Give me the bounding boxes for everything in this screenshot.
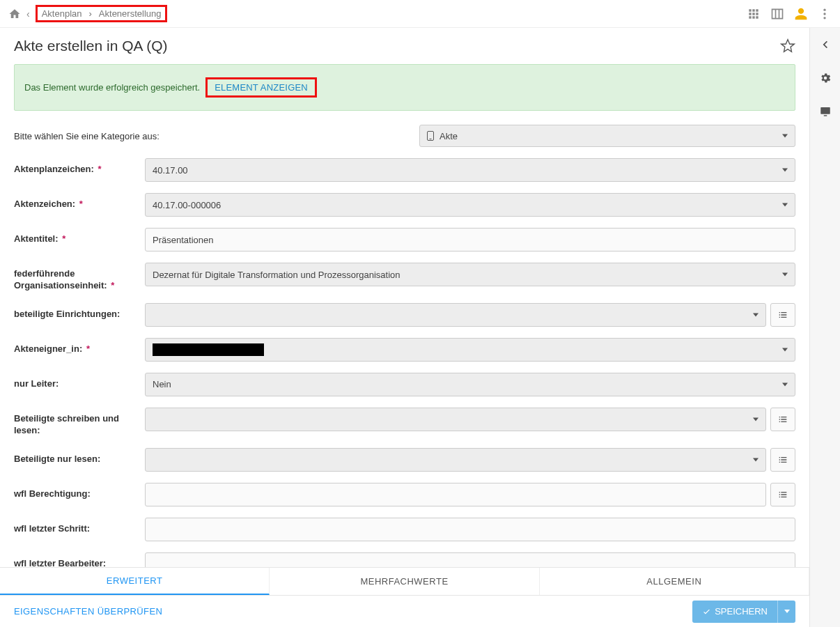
row-aktentitel: Aktentitel: * Präsentationen [14, 228, 795, 251]
label-wfl-letzter-bearbeiter: wfl letzter Bearbeiter: [14, 552, 145, 567]
more-icon[interactable] [818, 7, 832, 21]
list-icon [777, 489, 788, 500]
input-aktentitel[interactable]: Präsentationen [145, 228, 795, 251]
breadcrumb-separator: › [89, 8, 92, 19]
save-button[interactable]: SPEICHERN [692, 601, 777, 623]
svg-point-2 [823, 17, 825, 19]
label-beteiligte-lesen: Beteiligte nur lesen: [14, 448, 145, 465]
save-dropdown[interactable] [777, 601, 795, 623]
tabs: ERWEITERT MEHRFACHWERTE ALLGEMEIN [0, 567, 809, 595]
breadcrumb-item-2[interactable]: Aktenerstellung [99, 8, 162, 19]
settings-icon[interactable] [816, 68, 835, 88]
favorite-icon[interactable] [780, 38, 795, 54]
input-wfl-letzter-schritt[interactable] [145, 518, 795, 541]
select-aktenplanzeichen[interactable]: 40.17.00 [145, 158, 795, 182]
redacted-value [153, 343, 264, 356]
label-wfl-berechtigung: wfl Berechtigung: [14, 483, 145, 500]
select-beteiligte-lesen[interactable] [145, 448, 766, 472]
tab-mehrfachwerte[interactable]: MEHRFACHWERTE [270, 568, 539, 595]
right-rail [809, 28, 840, 627]
category-row: Bitte wählen Sie eine Kategorie aus: Akt… [0, 121, 809, 158]
check-properties-link[interactable]: EIGENSCHAFTEN ÜBERPRÜFEN [14, 606, 162, 617]
label-aktenzeichen: Aktenzeichen: * [14, 193, 145, 210]
topbar: ‹ Aktenplan › Aktenerstellung [0, 0, 840, 28]
alert-message: Das Element wurde erfolgreich gespeicher… [24, 82, 200, 93]
label-federfuehrend: federführende Organisationseinheit: * [14, 263, 145, 292]
select-beteiligte-schreiben[interactable] [145, 408, 766, 431]
success-alert: Das Element wurde erfolgreich gespeicher… [14, 64, 795, 111]
chevron-down-icon [782, 169, 788, 172]
select-beteiligte-einrichtungen[interactable] [145, 303, 766, 327]
label-beteiligte-einrichtungen: beteiligte Einrichtungen: [14, 303, 145, 320]
row-beteiligte-lesen: Beteiligte nur lesen: [14, 448, 795, 472]
row-aktenzeichen: Aktenzeichen: * 40.17.00-000006 [14, 193, 795, 217]
svg-point-0 [823, 8, 825, 10]
check-icon [702, 607, 711, 616]
list-icon [777, 309, 788, 320]
category-label: Bitte wählen Sie eine Kategorie aus: [14, 131, 160, 141]
chevron-down-icon [753, 417, 759, 421]
label-akteneigner: Akteneigner_in: * [14, 338, 145, 355]
breadcrumb-item-1[interactable]: Aktenplan [42, 8, 82, 19]
form-scroll[interactable]: Aktenplanzeichen: * 40.17.00 Aktenzeiche… [0, 158, 809, 567]
row-aktenplanzeichen: Aktenplanzeichen: * 40.17.00 [14, 158, 795, 182]
input-wfl-letzter-bearbeiter[interactable] [145, 552, 795, 567]
svg-rect-3 [820, 107, 830, 114]
alert-link-highlight: ELEMENT ANZEIGEN [205, 77, 317, 98]
category-value: Akte [440, 131, 458, 141]
footer: EIGENSCHAFTEN ÜBERPRÜFEN SPEICHERN [0, 595, 809, 627]
chevron-down-icon [784, 610, 790, 613]
label-aktentitel: Aktentitel: * [14, 228, 145, 245]
list-icon [777, 414, 788, 425]
main-content: Akte erstellen in QA (Q) Das Element wur… [0, 28, 809, 627]
category-type-icon [427, 131, 434, 141]
breadcrumb-back[interactable]: ‹ [26, 8, 30, 20]
list-picker-button[interactable] [770, 408, 795, 431]
select-akteneigner[interactable] [145, 338, 795, 362]
user-icon[interactable] [794, 7, 808, 21]
row-wfl-letzter-schritt: wfl letzter Schritt: [14, 518, 795, 541]
label-wfl-letzter-schritt: wfl letzter Schritt: [14, 518, 145, 535]
svg-point-1 [823, 13, 825, 15]
select-federfuehrend[interactable]: Dezernat für Digitale Transformation und… [145, 263, 795, 286]
chevron-down-icon [782, 203, 788, 207]
label-aktenplanzeichen: Aktenplanzeichen: * [14, 158, 145, 176]
label-beteiligte-schreiben: Beteiligte schreiben und lesen: [14, 408, 145, 437]
tab-erweitert[interactable]: ERWEITERT [0, 568, 270, 595]
list-icon [777, 454, 788, 465]
label-nur-leiter: nur Leiter: [14, 373, 145, 390]
show-element-link[interactable]: ELEMENT ANZEIGEN [215, 82, 308, 93]
chevron-down-icon [782, 348, 788, 351]
chevron-down-icon [753, 458, 759, 461]
chevron-down-icon [782, 382, 788, 386]
list-picker-button[interactable] [770, 448, 795, 472]
page-title: Akte erstellen in QA (Q) [14, 38, 168, 54]
row-nur-leiter: nur Leiter: Nein [14, 373, 795, 396]
collapse-rail-button[interactable] [816, 35, 835, 54]
apps-icon[interactable] [747, 7, 761, 21]
title-row: Akte erstellen in QA (Q) [0, 28, 809, 60]
columns-icon[interactable] [770, 7, 784, 21]
chevron-down-icon [753, 313, 759, 316]
svg-rect-4 [823, 115, 827, 116]
input-wfl-berechtigung[interactable] [145, 483, 766, 506]
chevron-down-icon [782, 273, 788, 277]
monitor-icon[interactable] [816, 102, 835, 121]
list-picker-button[interactable] [770, 303, 795, 327]
select-nur-leiter[interactable]: Nein [145, 373, 795, 396]
list-picker-button[interactable] [770, 483, 795, 506]
tab-allgemein[interactable]: ALLGEMEIN [540, 568, 809, 595]
row-wfl-berechtigung: wfl Berechtigung: [14, 483, 795, 506]
row-federfuehrend: federführende Organisationseinheit: * De… [14, 263, 795, 292]
row-beteiligte-einrichtungen: beteiligte Einrichtungen: [14, 303, 795, 327]
topbar-actions [747, 7, 832, 21]
breadcrumb-highlight: Aktenplan › Aktenerstellung [36, 5, 168, 22]
home-icon[interactable] [8, 8, 21, 20]
category-select[interactable]: Akte [419, 125, 795, 147]
row-beteiligte-schreiben: Beteiligte schreiben und lesen: [14, 408, 795, 437]
row-akteneigner: Akteneigner_in: * [14, 338, 795, 362]
chevron-down-icon [782, 134, 788, 138]
save-button-group: SPEICHERN [692, 601, 795, 623]
row-wfl-letzter-bearbeiter: wfl letzter Bearbeiter: [14, 552, 795, 567]
select-aktenzeichen[interactable]: 40.17.00-000006 [145, 193, 795, 217]
